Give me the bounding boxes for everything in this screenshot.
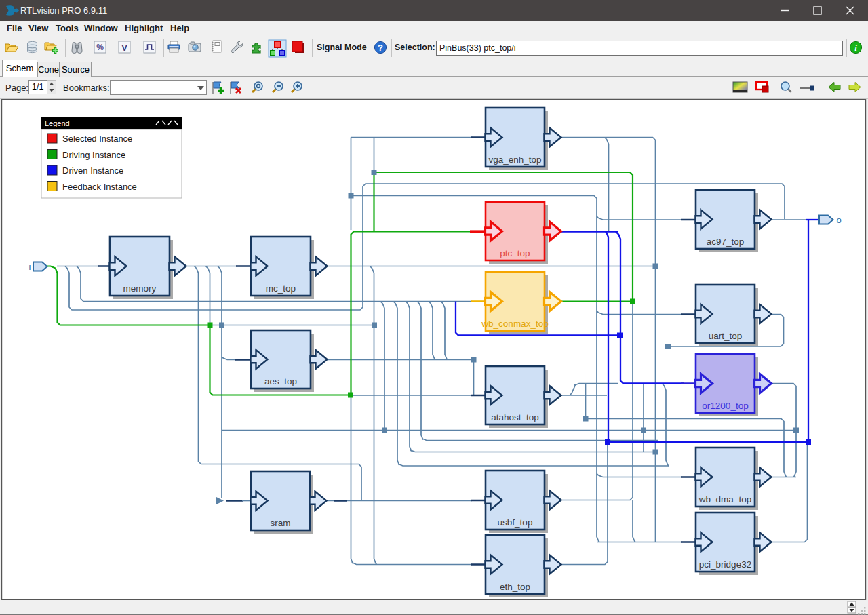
svg-text:or1200_top: or1200_top	[702, 401, 748, 411]
svg-text:ac97_top: ac97_top	[707, 237, 745, 247]
svg-text:wb_dma_top: wb_dma_top	[698, 494, 751, 504]
svg-text:?: ?	[378, 43, 383, 53]
svg-text:ptc_top: ptc_top	[500, 248, 530, 258]
svg-text:i: i	[854, 43, 857, 53]
svg-text:Feedback Instance: Feedback Instance	[62, 182, 137, 192]
svg-text:pci_bridge32: pci_bridge32	[699, 559, 751, 570]
svg-text:memory: memory	[123, 283, 157, 294]
svg-text:uart_top: uart_top	[709, 331, 743, 341]
svg-text:vga_enh_top: vga_enh_top	[488, 155, 541, 165]
svg-text:atahost_top: atahost_top	[491, 412, 539, 422]
svg-text:V: V	[121, 43, 127, 53]
svg-text:Driving Instance: Driving Instance	[62, 150, 125, 160]
svg-text:sram: sram	[271, 518, 291, 528]
svg-text:mc_top: mc_top	[266, 283, 296, 294]
svg-text:o: o	[836, 215, 841, 225]
svg-text:Driven Instance: Driven Instance	[62, 165, 123, 176]
svg-text:i: i	[29, 262, 31, 272]
svg-text:%: %	[96, 43, 104, 52]
svg-text:wb_conmax_top: wb_conmax_top	[481, 319, 548, 329]
svg-text:Legend: Legend	[45, 119, 70, 127]
svg-text:aes_top: aes_top	[264, 376, 297, 386]
svg-text:eth_top: eth_top	[500, 582, 530, 592]
svg-text:Selected Instance: Selected Instance	[62, 134, 132, 144]
svg-text:usbf_top: usbf_top	[498, 517, 533, 528]
